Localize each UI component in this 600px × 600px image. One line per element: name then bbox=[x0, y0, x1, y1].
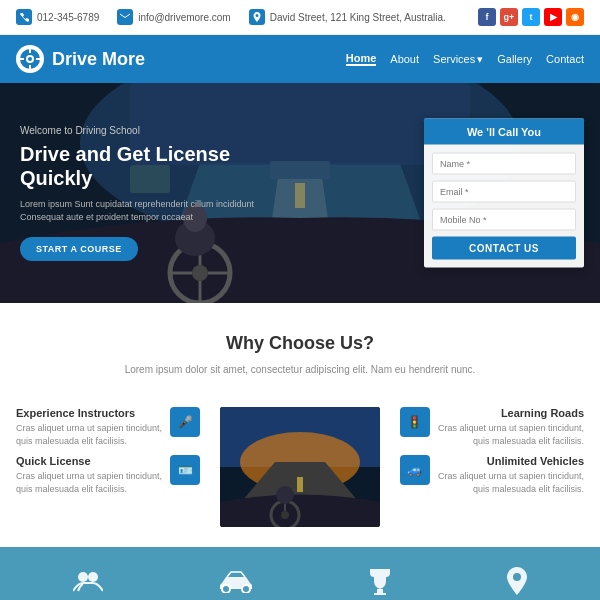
feature-license: Quick License Cras aliquet urna ut sapie… bbox=[16, 455, 210, 495]
svg-point-3 bbox=[28, 57, 32, 61]
svg-rect-4 bbox=[29, 49, 31, 53]
email-icon bbox=[117, 9, 133, 25]
svg-point-30 bbox=[281, 511, 289, 519]
feature-vehicles-desc: Cras aliquet urna ut sapien tincidunt,qu… bbox=[438, 470, 584, 495]
rss-icon[interactable]: ◉ bbox=[566, 8, 584, 26]
feature-experience-title: Experience Instructors bbox=[16, 407, 162, 419]
logo-text: Drive More bbox=[52, 49, 145, 70]
car-icon bbox=[218, 569, 254, 599]
features-center-image bbox=[220, 407, 380, 527]
road-icon: 🚦 bbox=[400, 407, 430, 437]
feature-license-title: Quick License bbox=[16, 455, 162, 467]
svg-point-36 bbox=[242, 585, 250, 593]
license-icon: 🪪 bbox=[170, 455, 200, 485]
phone-item: 012-345-6789 bbox=[16, 9, 99, 25]
feature-experience-desc: Cras aliquet urna ut sapien tincidunt,qu… bbox=[16, 422, 162, 447]
feature-roads-desc: Cras aliquet urna ut sapien tincidunt,qu… bbox=[438, 422, 584, 447]
hero-section: Welcome to Driving School Drive and Get … bbox=[0, 83, 600, 303]
footer-team bbox=[73, 569, 103, 599]
location-pin-icon bbox=[507, 567, 527, 600]
feature-experience: Experience Instructors Cras aliquet urna… bbox=[16, 407, 210, 447]
driving-photo bbox=[220, 407, 380, 527]
feature-vehicles-text: Unlimited Vehicles Cras aliquet urna ut … bbox=[438, 455, 584, 495]
feature-license-text: Quick License Cras aliquet urna ut sapie… bbox=[16, 455, 162, 495]
svg-rect-38 bbox=[374, 593, 386, 595]
footer-trophy bbox=[368, 567, 392, 600]
vehicle-icon: 🚙 bbox=[400, 455, 430, 485]
form-body: CONTACT US bbox=[424, 145, 584, 268]
main-nav: Home About Services ▾ Gallery Contact bbox=[346, 52, 584, 66]
features-right: Learning Roads Cras aliquet urna ut sapi… bbox=[390, 407, 584, 495]
top-bar: 012-345-6789 info@drivemore.com David St… bbox=[0, 0, 600, 35]
svg-rect-5 bbox=[29, 65, 31, 69]
svg-point-33 bbox=[78, 572, 88, 582]
social-icons: f g+ t ▶ ◉ bbox=[478, 8, 584, 26]
dropdown-arrow: ▾ bbox=[477, 53, 483, 66]
nav-about[interactable]: About bbox=[390, 53, 419, 65]
hero-description: Lorem ipsum Sunt cupidatat reprehenderit… bbox=[20, 198, 260, 223]
nav-services[interactable]: Services ▾ bbox=[433, 53, 483, 66]
why-choose-section: Why Choose Us? Lorem ipsum dolor sit ame… bbox=[0, 303, 600, 397]
address-text: David Street, 121 King Street, Australia… bbox=[270, 12, 446, 23]
form-header: We 'll Call You bbox=[424, 119, 584, 145]
microphone-icon: 🎤 bbox=[170, 407, 200, 437]
phone-icon bbox=[16, 9, 32, 25]
team-icon bbox=[73, 569, 103, 599]
svg-rect-6 bbox=[20, 58, 24, 60]
contact-submit-button[interactable]: CONTACT US bbox=[432, 237, 576, 260]
twitter-icon[interactable]: t bbox=[522, 8, 540, 26]
feature-roads-text: Learning Roads Cras aliquet urna ut sapi… bbox=[438, 407, 584, 447]
nav-gallery[interactable]: Gallery bbox=[497, 53, 532, 65]
svg-rect-7 bbox=[36, 58, 40, 60]
mobile-input[interactable] bbox=[432, 209, 576, 231]
footer-car bbox=[218, 569, 254, 599]
why-description: Lorem ipsum dolor sit amet, consectetur … bbox=[20, 362, 580, 377]
svg-rect-27 bbox=[297, 477, 303, 492]
feature-experience-text: Experience Instructors Cras aliquet urna… bbox=[16, 407, 162, 447]
svg-rect-37 bbox=[377, 589, 383, 593]
hero-title: Drive and Get License Quickly bbox=[20, 142, 260, 190]
feature-license-desc: Cras aliquet urna ut sapien tincidunt,qu… bbox=[16, 470, 162, 495]
top-bar-contacts: 012-345-6789 info@drivemore.com David St… bbox=[16, 9, 446, 25]
google-plus-icon[interactable]: g+ bbox=[500, 8, 518, 26]
trophy-icon bbox=[368, 567, 392, 600]
svg-point-35 bbox=[222, 585, 230, 593]
email-input[interactable] bbox=[432, 181, 576, 203]
logo: Drive More bbox=[16, 45, 145, 73]
location-icon bbox=[249, 9, 265, 25]
features-left: Experience Instructors Cras aliquet urna… bbox=[16, 407, 210, 495]
hero-subtitle: Welcome to Driving School bbox=[20, 125, 260, 136]
contact-form: We 'll Call You CONTACT US bbox=[424, 119, 584, 268]
feature-vehicles: Unlimited Vehicles Cras aliquet urna ut … bbox=[390, 455, 584, 495]
facebook-icon[interactable]: f bbox=[478, 8, 496, 26]
phone-text: 012-345-6789 bbox=[37, 12, 99, 23]
name-input[interactable] bbox=[432, 153, 576, 175]
email-item: info@drivemore.com bbox=[117, 9, 230, 25]
logo-icon bbox=[16, 45, 44, 73]
nav-contact[interactable]: Contact bbox=[546, 53, 584, 65]
feature-roads: Learning Roads Cras aliquet urna ut sapi… bbox=[390, 407, 584, 447]
footer bbox=[0, 547, 600, 600]
address-item: David Street, 121 King Street, Australia… bbox=[249, 9, 446, 25]
svg-point-32 bbox=[276, 486, 294, 504]
features-section: Experience Instructors Cras aliquet urna… bbox=[0, 397, 600, 547]
header: Drive More Home About Services ▾ Gallery… bbox=[0, 35, 600, 83]
start-course-button[interactable]: START A COURSE bbox=[20, 237, 138, 261]
why-title: Why Choose Us? bbox=[20, 333, 580, 354]
nav-home[interactable]: Home bbox=[346, 52, 377, 66]
email-text: info@drivemore.com bbox=[138, 12, 230, 23]
svg-rect-11 bbox=[295, 183, 305, 208]
hero-content: Welcome to Driving School Drive and Get … bbox=[0, 105, 280, 281]
footer-location bbox=[507, 567, 527, 600]
feature-roads-title: Learning Roads bbox=[438, 407, 584, 419]
feature-vehicles-title: Unlimited Vehicles bbox=[438, 455, 584, 467]
youtube-icon[interactable]: ▶ bbox=[544, 8, 562, 26]
svg-point-34 bbox=[88, 572, 98, 582]
